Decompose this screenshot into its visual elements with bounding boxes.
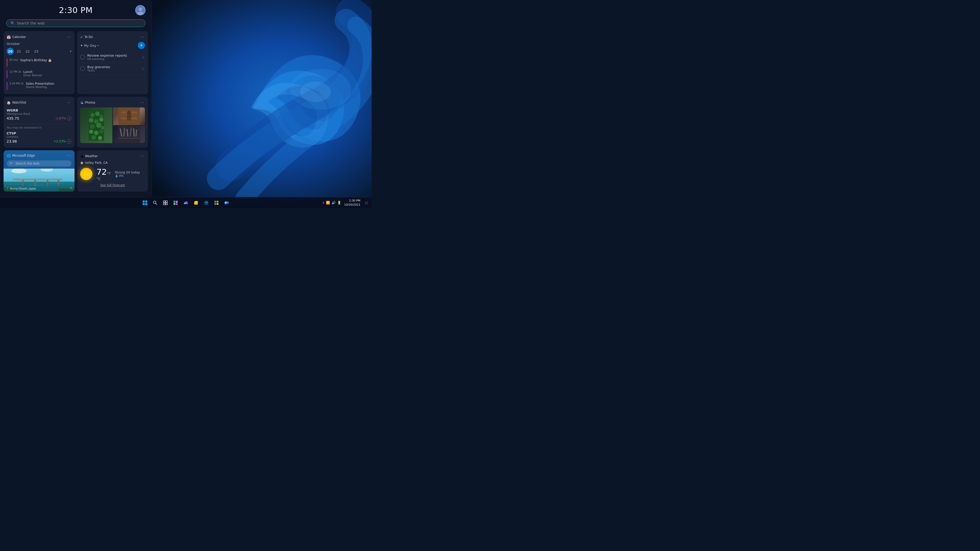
- taskbar-right: ∧ 🛜 🔊 🔋 2:30 PM 10/20/2021 □: [322, 198, 372, 207]
- cal-day-22[interactable]: 22: [24, 48, 31, 55]
- photos-widget: 🌤 Photos ···: [77, 97, 148, 148]
- todo-checkbox-groceries[interactable]: [80, 66, 85, 71]
- cal-day-20[interactable]: 20: [6, 48, 14, 55]
- weather-title: Weather: [85, 154, 98, 158]
- stock-change-wgrb: -1.67% ↓: [55, 116, 72, 121]
- weather-main-info: 72°F °C Strong UV today 💧 0%: [80, 167, 145, 181]
- cal-day-23[interactable]: 23: [33, 48, 40, 55]
- svg-rect-60: [165, 203, 167, 205]
- water-drop-icon: 💧: [115, 174, 118, 178]
- svg-point-18: [99, 130, 103, 134]
- todo-star-groceries[interactable]: ☆: [142, 66, 145, 71]
- svg-point-12: [99, 118, 103, 122]
- event-time-sales: 3:30 PM 1h: [10, 82, 24, 86]
- tray-arrow-icon[interactable]: ∧: [322, 201, 324, 204]
- stock-name-ctsp: Contoso: [6, 135, 72, 138]
- volume-icon[interactable]: 🔊: [331, 201, 336, 205]
- event-content-lunch: Lunch Omar Bennet: [23, 70, 42, 77]
- cal-event-lunch[interactable]: 12 PM 1h Lunch Omar Bennet: [6, 69, 72, 79]
- todo-myday-row: ✦ My Day ▾ +: [80, 42, 145, 49]
- calendar-chevron[interactable]: ▾: [70, 49, 72, 53]
- task-view-button[interactable]: [161, 198, 170, 207]
- taskbar-time-text: 2:30 PM: [349, 199, 360, 203]
- svg-point-13: [90, 124, 95, 129]
- todo-add-button[interactable]: +: [138, 42, 145, 49]
- calendar-title: Calendar: [12, 35, 26, 39]
- photo-person-wood[interactable]: [113, 107, 145, 125]
- svg-rect-40: [47, 180, 48, 186]
- calendar-days-row: 20 21 22 23 ▾: [6, 48, 72, 55]
- edge-more-button[interactable]: ···: [66, 153, 72, 159]
- taskbar: o ∧ 🛜 🔊 🔋 2:30 PM 10/20/2021 □: [0, 197, 372, 208]
- user-avatar[interactable]: [135, 5, 145, 15]
- calendar-icon: 📅: [6, 35, 11, 39]
- edge-title: Microsoft Edge: [12, 154, 35, 157]
- taskbar-search-button[interactable]: [151, 198, 160, 207]
- todo-title: To Do: [84, 35, 93, 39]
- svg-rect-59: [163, 203, 165, 205]
- watchlist-more-button[interactable]: ···: [66, 100, 72, 105]
- weather-sun-icon: [80, 168, 92, 180]
- svg-line-56: [156, 203, 157, 205]
- edge-location-text: Ikema Ohashi, Japan: [10, 187, 36, 190]
- start-button[interactable]: [140, 198, 150, 207]
- widgets-panel: 2:30 PM 🔍 Search the web 📅 Calendar ··· …: [0, 0, 152, 197]
- stock-change-ctsp: +2.23% +: [54, 139, 72, 144]
- cal-event-birthday[interactable]: All day Sophia's Birthday 🎂: [6, 57, 72, 68]
- todo-title-row: ✔ To Do: [80, 35, 93, 39]
- taskbar-clock[interactable]: 2:30 PM 10/20/2021: [342, 199, 363, 206]
- photo-tools-workshop[interactable]: [113, 126, 145, 143]
- edge-image-caption: 📍 Ikema Ohashi, Japan: [6, 187, 36, 190]
- edge-search-bar[interactable]: 🔍 Search the web: [6, 160, 72, 167]
- weather-more-button[interactable]: ···: [140, 153, 145, 159]
- weather-conditions: Strong UV today 💧 0%: [115, 171, 140, 178]
- watchlist-widget: 🏠 Watchlist ··· WGRB Woodgrove Bank 435.…: [3, 97, 75, 148]
- todo-myday-label[interactable]: ✦ My Day ▾: [80, 44, 99, 48]
- wallpaper-swirl: [142, 0, 372, 199]
- sun-icon: ✦: [80, 44, 83, 48]
- event-title-lunch: Lunch: [23, 70, 42, 74]
- todo-more-button[interactable]: ···: [140, 34, 145, 40]
- search-bar[interactable]: 🔍 Search the web: [6, 19, 145, 27]
- panel-time: 2:30 PM: [16, 5, 135, 15]
- file-explorer-button[interactable]: [191, 198, 200, 207]
- wifi-icon[interactable]: 🛜: [326, 201, 330, 205]
- svg-point-2: [300, 82, 331, 102]
- battery-icon[interactable]: 🔋: [337, 201, 341, 205]
- cal-event-sales[interactable]: 3:30 PM 1h Sales Presentation Teams Meet…: [6, 81, 72, 91]
- weather-forecast-link[interactable]: See full forecast: [80, 183, 145, 187]
- watchlist-title-row: 🏠 Watchlist: [6, 101, 26, 105]
- widgets-button[interactable]: [171, 198, 180, 207]
- weather-location: 🏠 Valley Park, CA: [80, 161, 145, 165]
- todo-icon: ✔: [80, 35, 83, 39]
- edge-hero-image[interactable]: 📍 Ikema Ohashi, Japan ↗: [3, 168, 75, 192]
- weather-title-row: 🌤 Weather: [80, 154, 98, 158]
- event-sub-sales: Teams Meeting: [26, 86, 54, 89]
- teams-button[interactable]: [181, 198, 190, 207]
- svg-point-4: [138, 7, 142, 11]
- photos-title-row: 🌤 Photos: [80, 101, 95, 105]
- photo-plant-wall[interactable]: [80, 107, 112, 143]
- edge-browser-button[interactable]: [202, 198, 211, 207]
- weather-unit-c: °C: [97, 177, 111, 181]
- microsoft-store-button[interactable]: [212, 198, 221, 207]
- search-placeholder: Search the web: [17, 21, 141, 25]
- photos-more-button[interactable]: ···: [140, 100, 145, 105]
- widgets-grid: 📅 Calendar ··· October 20 21 22 23 ▾ All…: [0, 31, 151, 194]
- todo-checkbox-expenses[interactable]: [80, 55, 85, 59]
- cal-day-21[interactable]: 21: [15, 48, 22, 55]
- calendar-title-row: 📅 Calendar: [6, 35, 26, 39]
- edge-arrow-button[interactable]: ↗: [69, 186, 72, 190]
- notification-button[interactable]: □: [363, 198, 369, 207]
- weather-header: 🌤 Weather ···: [80, 153, 145, 159]
- edge-title-row: 🌐 Microsoft Edge: [6, 154, 35, 158]
- svg-rect-37: [13, 179, 62, 180]
- watchlist-stock-ctsp[interactable]: CTSP Contoso 23.98 +2.23% +: [6, 130, 72, 144]
- calendar-more-button[interactable]: ···: [66, 34, 72, 40]
- outlook-button[interactable]: o: [222, 198, 231, 207]
- stock-symbol-wgrb: WGRB: [6, 108, 72, 112]
- watchlist-stock-wgrb[interactable]: WGRB Woodgrove Bank 435.75 -1.67% ↓: [6, 107, 72, 122]
- watchlist-header: 🏠 Watchlist ···: [6, 100, 72, 105]
- svg-rect-61: [173, 201, 175, 202]
- todo-star-expenses[interactable]: ☆: [142, 55, 145, 60]
